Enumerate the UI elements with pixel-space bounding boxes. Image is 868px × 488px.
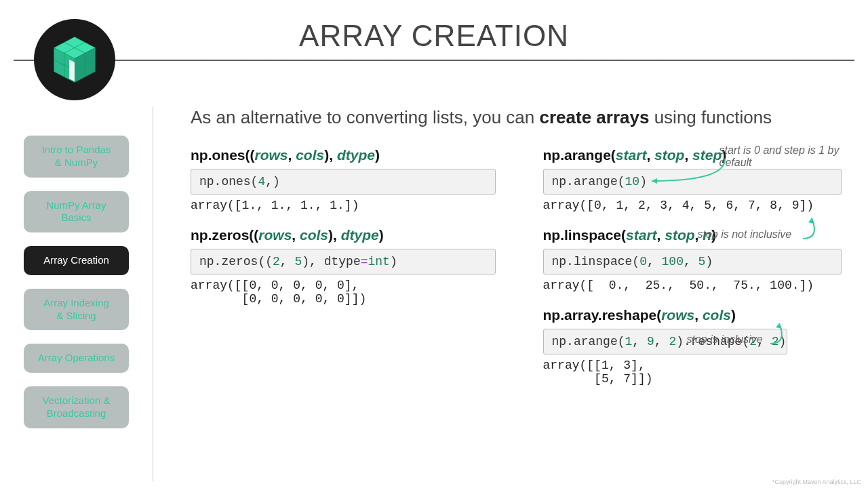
- zeros-signature: np.zeros((rows, cols), dtype): [191, 227, 496, 243]
- note-stop-inclusive: stop is inclusive: [687, 333, 763, 346]
- intro-pre: As an alternative to converting lists, y…: [191, 107, 540, 127]
- sidebar-item-intro[interactable]: Intro to Pandas & NumPy: [24, 136, 129, 178]
- header: ARRAY CREATION: [0, 0, 868, 61]
- page-title: ARRAY CREATION: [0, 0, 868, 53]
- numpy-logo: [34, 19, 115, 100]
- arange-code: np.arange(10): [543, 169, 842, 195]
- sidebar-item-basics[interactable]: NumPy Array Basics: [24, 191, 129, 233]
- linspace-signature: np.linspace(start, stop, n): [543, 227, 848, 243]
- sidebar: Intro to Pandas & NumPy NumPy Array Basi…: [24, 136, 129, 442]
- divider: [14, 60, 854, 61]
- ones-output: array([1., 1., 1., 1.]): [191, 199, 496, 212]
- ones-code: np.ones(4,): [191, 169, 496, 195]
- cube-icon: [47, 33, 102, 87]
- content: As an alternative to converting lists, y…: [153, 107, 848, 481]
- sidebar-item-vectorization[interactable]: Vectorization & Broadcasting: [24, 386, 129, 428]
- sidebar-item-operations[interactable]: Array Operations: [24, 344, 129, 373]
- note-start: start is 0 and step is 1 by default: [719, 144, 848, 169]
- note-stop-not-inclusive: stop is not inclusive: [698, 228, 792, 241]
- reshape-signature: np.array.reshape(rows, cols): [543, 307, 848, 323]
- sidebar-item-creation[interactable]: Array Creation: [24, 246, 129, 275]
- intro-post: using functions: [649, 107, 772, 127]
- zeros-output: array([[0, 0, 0, 0, 0], [0, 0, 0, 0, 0]]…: [191, 279, 496, 306]
- right-column: np.arange(start, stop, step) np.arange(1…: [543, 147, 848, 386]
- linspace-output: array([ 0., 25., 50., 75., 100.]): [543, 279, 848, 292]
- linspace-code: np.linspace(0, 100, 5): [543, 249, 842, 274]
- left-column: np.ones((rows, cols), dtype) np.ones(4,)…: [191, 147, 496, 386]
- copyright: *Copyright Maven Analytics, LLC: [772, 479, 861, 485]
- ones-signature: np.ones((rows, cols), dtype): [191, 147, 496, 163]
- intro-text: As an alternative to converting lists, y…: [191, 107, 848, 128]
- intro-bold: create arrays: [540, 107, 650, 127]
- zeros-code: np.zeros((2, 5), dtype=int): [191, 249, 496, 274]
- reshape-output: array([[1, 3], [5, 7]]): [543, 359, 848, 386]
- arange-output: array([0, 1, 2, 3, 4, 5, 6, 7, 8, 9]): [543, 199, 848, 212]
- sidebar-item-indexing[interactable]: Array Indexing & Slicing: [24, 289, 129, 331]
